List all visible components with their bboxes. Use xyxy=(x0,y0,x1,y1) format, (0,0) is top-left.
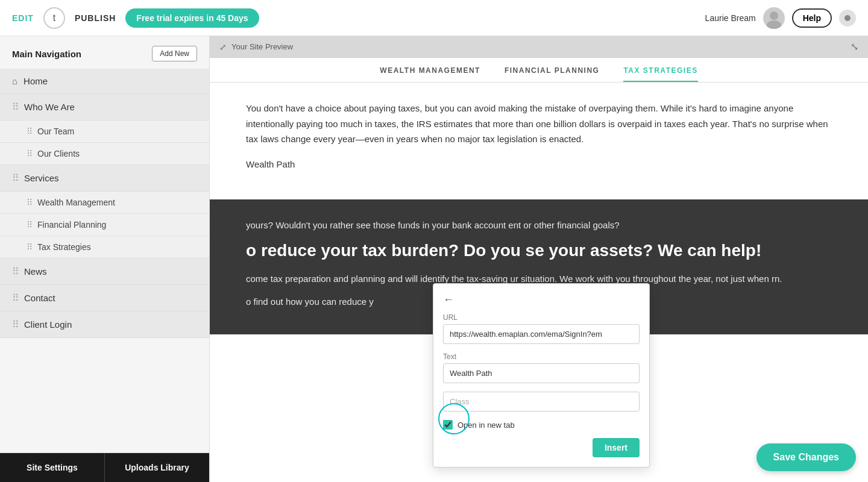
site-nav: WEALTH MANAGEMENT FINANCIAL PLANNING TAX… xyxy=(210,58,868,83)
drag-handle-icon: ⠿ xyxy=(12,266,18,277)
preview-label: Your Site Preview xyxy=(231,42,293,51)
site-nav-financial-planning[interactable]: FINANCIAL PLANNING xyxy=(505,66,599,82)
url-field: URL xyxy=(443,313,640,344)
sidebar-item-contact-label: Contact xyxy=(24,293,55,303)
sidebar-title: Main Navigation xyxy=(12,49,81,59)
collapse-icon[interactable]: ⤢ xyxy=(219,42,227,52)
insert-button[interactable]: Insert xyxy=(593,438,640,457)
save-changes-button[interactable]: Save Changes xyxy=(756,443,856,471)
home-icon: ⌂ xyxy=(12,76,17,86)
help-button[interactable]: Help xyxy=(792,8,832,28)
preview-bar: ⤢ Your Site Preview ⤡ xyxy=(210,36,868,58)
add-new-button[interactable]: Add New xyxy=(152,46,197,61)
edit-button[interactable]: EDIT xyxy=(12,13,34,23)
class-field: Class xyxy=(443,392,640,412)
top-bar: EDIT t PUBLISH Free trial expires in 45 … xyxy=(0,0,868,36)
site-nav-wealth-management[interactable]: WEALTH MANAGEMENT xyxy=(380,66,480,82)
link-popup: ← URL Text Class Open in new tab Insert xyxy=(433,283,650,468)
main-layout: Main Navigation Add New ⌂ Home ⠿ Who We … xyxy=(0,36,868,482)
open-new-tab-checkbox[interactable] xyxy=(443,420,453,430)
sidebar-item-our-clients-label: Our Clients xyxy=(37,149,80,158)
text-label: Text xyxy=(443,352,640,361)
drag-handle-icon: ⠿ xyxy=(27,242,31,252)
open-new-tab-row: Open in new tab xyxy=(443,420,640,430)
sidebar-item-client-login-label: Client Login xyxy=(24,319,72,330)
svg-point-2 xyxy=(844,15,851,21)
text-field: Text xyxy=(443,352,640,383)
svg-point-1 xyxy=(767,20,781,29)
publish-button[interactable]: PUBLISH xyxy=(75,13,116,23)
expand-icon[interactable]: ⤡ xyxy=(851,41,858,52)
uploads-library-button[interactable]: Uploads Library xyxy=(105,453,209,482)
top-right-area: Laurie Bream Help xyxy=(705,7,856,29)
sidebar-item-wealth-management[interactable]: ⠿ Wealth Management xyxy=(0,192,209,214)
url-label: URL xyxy=(443,313,640,322)
body-paragraph: You don't have a choice about paying tax… xyxy=(246,101,832,147)
sidebar-item-wealth-management-label: Wealth Management xyxy=(37,198,115,207)
sidebar-item-services-label: Services xyxy=(24,173,59,183)
dark-text-1: yours? Wouldn't you rather see those fun… xyxy=(246,218,832,233)
sidebar-header: Main Navigation Add New xyxy=(0,36,209,69)
url-input[interactable] xyxy=(443,324,640,344)
site-settings-button[interactable]: Site Settings xyxy=(0,453,105,482)
drag-handle-icon: ⠿ xyxy=(12,292,18,304)
preview-area: ⤢ Your Site Preview ⤡ WEALTH MANAGEMENT … xyxy=(210,36,868,482)
drag-handle-icon: ⠿ xyxy=(12,101,18,113)
sidebar-item-our-clients[interactable]: ⠿ Our Clients xyxy=(0,143,209,165)
user-name: Laurie Bream xyxy=(705,13,756,23)
preview-body: You don't have a choice about paying tax… xyxy=(210,83,868,199)
logo-icon[interactable]: t xyxy=(43,7,65,29)
drag-handle-icon: ⠿ xyxy=(27,149,31,158)
sidebar-item-financial-planning[interactable]: ⠿ Financial Planning xyxy=(0,214,209,236)
site-nav-tax-strategies[interactable]: TAX STRATEGIES xyxy=(623,66,697,82)
sidebar-item-news[interactable]: ⠿ News xyxy=(0,258,209,285)
sidebar-item-who-we-are[interactable]: ⠿ Who We Are xyxy=(0,94,209,120)
sidebar-item-tax-strategies-label: Tax Strategies xyxy=(37,242,91,252)
sidebar-item-our-team-label: Our Team xyxy=(37,127,74,136)
notification-icon[interactable] xyxy=(839,10,856,27)
sidebar-item-home[interactable]: ⌂ Home xyxy=(0,69,209,94)
wealth-path-link[interactable]: Wealth Path xyxy=(246,159,295,169)
drag-handle-icon: ⠿ xyxy=(27,220,31,230)
avatar[interactable] xyxy=(763,7,785,29)
svg-point-0 xyxy=(770,11,778,20)
drag-handle-icon: ⠿ xyxy=(12,319,18,330)
sidebar-item-home-label: Home xyxy=(24,76,48,86)
drag-handle-icon: ⠿ xyxy=(27,127,31,136)
drag-handle-icon: ⠿ xyxy=(27,198,31,207)
drag-handle-icon: ⠿ xyxy=(12,172,18,184)
sidebar-item-news-label: News xyxy=(24,266,47,277)
back-button[interactable]: ← xyxy=(443,293,454,306)
sidebar-item-client-login[interactable]: ⠿ Client Login xyxy=(0,311,209,338)
sidebar-item-who-we-are-label: Who We Are xyxy=(24,102,75,112)
sidebar-footer: Site Settings Uploads Library xyxy=(0,452,209,482)
dark-big-text: o reduce your tax burden? Do you se your… xyxy=(246,240,832,261)
sidebar-item-our-team[interactable]: ⠿ Our Team xyxy=(0,120,209,143)
text-input[interactable] xyxy=(443,363,640,383)
sidebar-item-financial-planning-label: Financial Planning xyxy=(37,220,106,230)
class-input[interactable]: Class xyxy=(443,392,640,412)
sidebar-item-services[interactable]: ⠿ Services xyxy=(0,165,209,192)
trial-badge[interactable]: Free trial expires in 45 Days xyxy=(125,8,259,28)
sidebar-nav: ⌂ Home ⠿ Who We Are ⠿ Our Team ⠿ Our Cli… xyxy=(0,69,209,452)
sidebar: Main Navigation Add New ⌂ Home ⠿ Who We … xyxy=(0,36,210,482)
sidebar-item-tax-strategies[interactable]: ⠿ Tax Strategies xyxy=(0,236,209,258)
open-new-tab-label[interactable]: Open in new tab xyxy=(458,421,515,430)
sidebar-item-contact[interactable]: ⠿ Contact xyxy=(0,285,209,311)
